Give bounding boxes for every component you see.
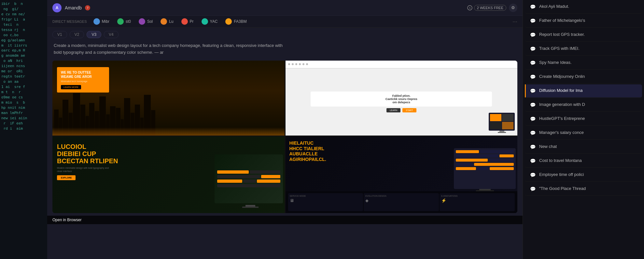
direct-messages-label: DIRECT MESSAGES: [52, 20, 87, 23]
right-sidebar: 💬 Akol Ayii Madut. 💬 Father of Michelang…: [523, 0, 644, 259]
sidebar-item-employee[interactable]: 💬 Employee time off polici: [525, 168, 642, 182]
chat-top-bar: A Amandb 7 N 2 WEEKS FREE ⚙: [47, 0, 523, 16]
tl-card-btn[interactable]: LEARN MORE: [61, 85, 81, 89]
scroll-area[interactable]: V1 V2 V3 V4 Create a modern, minimalist …: [47, 28, 523, 259]
br2-card3-label: E-INNOVATIONS: [441, 195, 513, 197]
more-dms-btn[interactable]: ···: [512, 18, 517, 25]
bl2-bar-5: [217, 180, 243, 183]
avatar: A: [52, 3, 62, 12]
bl2-body-text: Modern minimalist design with bold typog…: [57, 166, 109, 173]
chat-bubble-icon-13: 💬: [530, 172, 536, 178]
tr2-monitor-screen: [489, 113, 515, 131]
chat-bubble-icon-14: 💬: [530, 186, 536, 192]
dm-avatar-lu: [161, 18, 167, 25]
chat-bubble-icon-11: 💬: [530, 144, 536, 150]
bl2-bar-4: [261, 175, 280, 178]
dm-person-yac[interactable]: YAC: [199, 17, 220, 26]
chat-bubble-icon-8: 💬: [530, 102, 536, 108]
br2-bottom-card-1: SERVICE MODE 🖥: [288, 193, 363, 211]
chat-bubble-icon-5: 💬: [530, 60, 536, 66]
chat-bubble-icon-7: 💬: [530, 88, 536, 94]
bl2-bar-7: [257, 180, 280, 183]
dm-avatar-mibr: [93, 18, 100, 25]
sidebar-item-father[interactable]: 💬 Father of Michelangelo's: [525, 14, 642, 28]
open-browser-btn[interactable]: Open in Browser: [52, 218, 81, 222]
sidebar-text-gps-report: Report lost GPS tracker.: [539, 32, 585, 37]
version-tab-v4[interactable]: V4: [104, 31, 119, 38]
tr2-orange-btn[interactable]: START: [402, 108, 416, 112]
chat-bubble-icon-6: 💬: [530, 74, 536, 80]
br2-bar-11: [490, 167, 514, 170]
dm-name-st0: st0: [126, 19, 131, 24]
br2-bar-1: [456, 150, 479, 153]
dm-avatar-yac: [202, 18, 208, 25]
nitro-badge[interactable]: 2 WEEKS FREE: [474, 5, 506, 11]
sidebar-item-track-gps[interactable]: 💬 Track GPS with IMEI.: [525, 42, 642, 56]
svg-text:N: N: [469, 7, 470, 9]
sidebar-text-employee: Employee time off polici: [539, 172, 584, 178]
nitro-icon: N: [467, 5, 472, 10]
tr2-monitor: [489, 113, 515, 133]
bl2-bar-8: [217, 184, 280, 187]
version-tab-v3[interactable]: V3: [87, 31, 101, 38]
sidebar-item-montana[interactable]: 💬 Cost to travel Montana: [525, 154, 642, 168]
sidebar-item-good-place[interactable]: 💬 "The Good Place Thread: [525, 182, 642, 196]
dm-person-st0[interactable]: st0: [115, 17, 133, 26]
dm-person-fa3bm[interactable]: FA3BM: [223, 17, 249, 26]
sidebar-item-midjourney[interactable]: 💬 Create Midjourney Onlin: [525, 70, 642, 84]
br2-laptop-base: [476, 190, 494, 191]
code-panel: ibir b n ng gi/ e cv nm ne/ frigr Li a t…: [0, 0, 47, 259]
image-grid: We re to OutteeWeame gre aror Minimalist…: [52, 61, 517, 213]
dm-avatar-st0: [117, 18, 124, 25]
active-indicator: [525, 84, 526, 97]
dm-person-pr[interactable]: Pr: [179, 17, 196, 26]
notification-badge: 7: [85, 5, 90, 10]
br2-laptop-screen: [454, 148, 516, 189]
bl2-inner: LucoiolDiebiei Cupbcectan rtlipen Modern…: [52, 137, 285, 213]
tr2-nav-dot-6: [306, 63, 308, 65]
br2-card1-icon: 🖥: [290, 198, 362, 203]
mon-cell-2: [502, 114, 513, 122]
sidebar-item-akol[interactable]: 💬 Akol Ayii Madut.: [525, 0, 642, 14]
grid-cell-top-left: We re to OutteeWeame gre aror Minimalist…: [52, 61, 285, 136]
sidebar-text-image-gen: Image generation with D: [539, 102, 585, 108]
tr2-card-title: Fabled ption.Caetickk vouru Oepresom del…: [314, 94, 489, 104]
sidebar-item-image-gen[interactable]: 💬 Image generation with D: [525, 98, 642, 112]
tr2-dark-btn[interactable]: LEARN: [386, 108, 400, 112]
sidebar-item-salary[interactable]: 💬 Manager's salary conce: [525, 126, 642, 140]
tl-card-title: We re to OutteeWeame gre aror: [61, 70, 105, 79]
mon-cell-4: [502, 122, 513, 129]
sidebar-item-diffusion[interactable]: 💬 Diffusion Model for Ima: [525, 84, 642, 98]
version-tabs: V1 V2 V3 V4: [47, 28, 523, 40]
dm-person-mibr[interactable]: Mibr: [91, 17, 112, 26]
settings-btn[interactable]: ⚙: [509, 4, 517, 12]
dm-row: DIRECT MESSAGES Mibr st0 Sol Lu Pr: [47, 16, 523, 28]
sidebar-item-new-chat[interactable]: 💬 New chat: [525, 140, 642, 154]
grid-cell-bottom-right: HIELAITUCHHCC TIALIERLAUBUACLLEAGIRIHOPA…: [286, 137, 518, 213]
grid-cell-top-right: Fabled ption.Caetickk vouru Oepresom del…: [286, 61, 518, 136]
sidebar-item-gps-report[interactable]: 💬 Report lost GPS tracker.: [525, 28, 642, 42]
sidebar-item-spy[interactable]: 💬 Spy Name Ideas.: [525, 56, 642, 70]
version-tab-v1[interactable]: V1: [52, 31, 67, 38]
bl2-bar-3: [217, 175, 260, 178]
dm-name-yac: YAC: [210, 19, 218, 24]
bl2-comp-base: [242, 207, 259, 208]
bl2-cta-btn[interactable]: EXPLORE: [57, 175, 76, 180]
dm-name-fa3bm: FA3BM: [234, 19, 246, 24]
br2-lap-row-1: [456, 150, 514, 153]
dm-person-sol[interactable]: Sol: [136, 17, 155, 26]
chat-top-right: N 2 WEEKS FREE ⚙: [467, 4, 517, 12]
mon-cell-1: [490, 114, 501, 122]
sidebar-item-hustle[interactable]: 💬 HustleGPT's Entreprene: [525, 112, 642, 126]
version-tab-v2[interactable]: V2: [70, 31, 84, 38]
br2-lap-row-3: [456, 159, 514, 162]
br2-title: HIELAITUCHHCC TIALIERLAUBUACLLEAGIRIHOPA…: [289, 140, 342, 162]
dm-person-lu[interactable]: Lu: [158, 17, 176, 26]
bl2-row-4: [217, 184, 280, 187]
tl-sky-bg: We re to OutteeWeame gre aror Minimalist…: [52, 61, 285, 136]
br2-card2-icon: ◈: [365, 198, 437, 203]
sidebar-text-akol: Akol Ayii Madut.: [539, 4, 569, 9]
grid-cell-bottom-left: LucoiolDiebiei Cupbcectan rtlipen Modern…: [52, 137, 285, 213]
sidebar-text-midjourney: Create Midjourney Onlin: [539, 74, 585, 79]
monitor-base: [498, 132, 506, 133]
